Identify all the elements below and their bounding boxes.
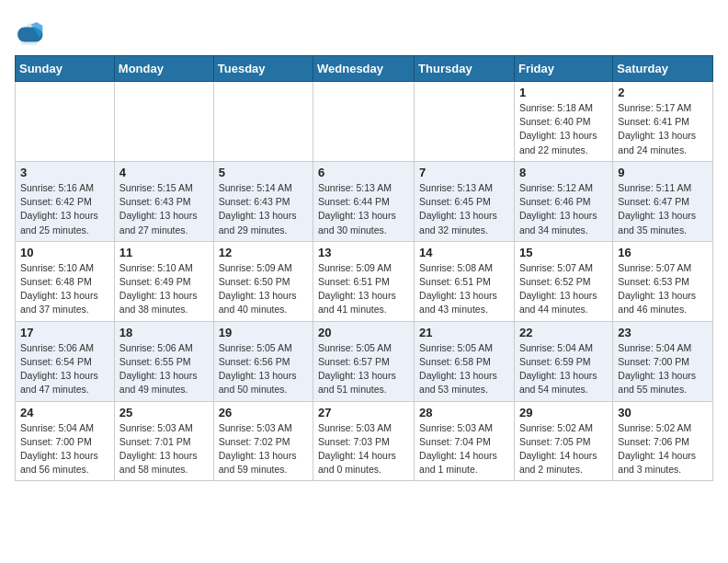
calendar-cell: 13Sunrise: 5:09 AM Sunset: 6:51 PM Dayli… bbox=[313, 241, 415, 321]
day-number: 6 bbox=[318, 166, 409, 179]
day-number: 20 bbox=[318, 326, 409, 339]
day-info: Sunrise: 5:17 AM Sunset: 6:41 PM Dayligh… bbox=[618, 101, 708, 157]
day-number: 4 bbox=[119, 166, 209, 179]
day-info: Sunrise: 5:03 AM Sunset: 7:01 PM Dayligh… bbox=[119, 421, 209, 477]
day-info: Sunrise: 5:06 AM Sunset: 6:54 PM Dayligh… bbox=[20, 341, 109, 397]
calendar-cell: 1Sunrise: 5:18 AM Sunset: 6:40 PM Daylig… bbox=[514, 82, 612, 162]
day-header-wednesday: Wednesday bbox=[313, 56, 415, 82]
calendar-cell: 14Sunrise: 5:08 AM Sunset: 6:51 PM Dayli… bbox=[415, 241, 515, 321]
calendar-cell: 24Sunrise: 5:04 AM Sunset: 7:00 PM Dayli… bbox=[16, 401, 115, 481]
day-number: 3 bbox=[20, 166, 109, 179]
calendar-cell: 28Sunrise: 5:03 AM Sunset: 7:04 PM Dayli… bbox=[415, 401, 515, 481]
day-info: Sunrise: 5:07 AM Sunset: 6:52 PM Dayligh… bbox=[519, 261, 608, 317]
day-number: 27 bbox=[318, 406, 409, 419]
calendar-week-1: 1Sunrise: 5:18 AM Sunset: 6:40 PM Daylig… bbox=[16, 82, 713, 162]
calendar-header-row: SundayMondayTuesdayWednesdayThursdayFrid… bbox=[16, 56, 713, 82]
calendar-cell: 8Sunrise: 5:12 AM Sunset: 6:46 PM Daylig… bbox=[514, 161, 612, 241]
calendar-cell: 18Sunrise: 5:06 AM Sunset: 6:55 PM Dayli… bbox=[114, 321, 213, 401]
day-header-tuesday: Tuesday bbox=[213, 56, 313, 82]
day-number: 5 bbox=[219, 166, 308, 179]
day-number: 26 bbox=[219, 406, 308, 419]
day-info: Sunrise: 5:10 AM Sunset: 6:49 PM Dayligh… bbox=[119, 261, 209, 317]
day-number: 13 bbox=[318, 246, 409, 259]
logo-icon bbox=[15, 18, 44, 48]
day-info: Sunrise: 5:18 AM Sunset: 6:40 PM Dayligh… bbox=[519, 101, 608, 157]
calendar-week-2: 3Sunrise: 5:16 AM Sunset: 6:42 PM Daylig… bbox=[16, 161, 713, 241]
calendar-cell: 10Sunrise: 5:10 AM Sunset: 6:48 PM Dayli… bbox=[16, 241, 115, 321]
day-info: Sunrise: 5:12 AM Sunset: 6:46 PM Dayligh… bbox=[519, 181, 608, 237]
calendar-cell: 25Sunrise: 5:03 AM Sunset: 7:01 PM Dayli… bbox=[114, 401, 213, 481]
calendar-cell: 16Sunrise: 5:07 AM Sunset: 6:53 PM Dayli… bbox=[613, 241, 713, 321]
day-header-monday: Monday bbox=[114, 56, 213, 82]
day-number: 8 bbox=[519, 166, 608, 179]
calendar-cell bbox=[16, 82, 115, 162]
day-number: 22 bbox=[519, 326, 608, 339]
page-header bbox=[15, 15, 713, 48]
day-number: 29 bbox=[519, 406, 608, 419]
logo bbox=[15, 18, 48, 48]
day-number: 18 bbox=[119, 326, 209, 339]
calendar-cell: 23Sunrise: 5:04 AM Sunset: 7:00 PM Dayli… bbox=[613, 321, 713, 401]
calendar-table: SundayMondayTuesdayWednesdayThursdayFrid… bbox=[15, 55, 713, 481]
day-info: Sunrise: 5:09 AM Sunset: 6:51 PM Dayligh… bbox=[318, 261, 409, 317]
calendar-cell: 29Sunrise: 5:02 AM Sunset: 7:05 PM Dayli… bbox=[514, 401, 612, 481]
day-info: Sunrise: 5:02 AM Sunset: 7:06 PM Dayligh… bbox=[618, 421, 708, 477]
day-info: Sunrise: 5:07 AM Sunset: 6:53 PM Dayligh… bbox=[618, 261, 708, 317]
day-info: Sunrise: 5:04 AM Sunset: 6:59 PM Dayligh… bbox=[519, 341, 608, 397]
day-number: 23 bbox=[618, 326, 708, 339]
day-info: Sunrise: 5:13 AM Sunset: 6:44 PM Dayligh… bbox=[318, 181, 409, 237]
calendar-cell: 27Sunrise: 5:03 AM Sunset: 7:03 PM Dayli… bbox=[313, 401, 415, 481]
day-info: Sunrise: 5:04 AM Sunset: 7:00 PM Dayligh… bbox=[618, 341, 708, 397]
day-info: Sunrise: 5:05 AM Sunset: 6:57 PM Dayligh… bbox=[318, 341, 409, 397]
day-info: Sunrise: 5:14 AM Sunset: 6:43 PM Dayligh… bbox=[219, 181, 308, 237]
day-info: Sunrise: 5:06 AM Sunset: 6:55 PM Dayligh… bbox=[119, 341, 209, 397]
day-number: 7 bbox=[419, 166, 509, 179]
day-number: 30 bbox=[618, 406, 708, 419]
day-info: Sunrise: 5:11 AM Sunset: 6:47 PM Dayligh… bbox=[618, 181, 708, 237]
day-number: 24 bbox=[20, 406, 109, 419]
day-header-friday: Friday bbox=[514, 56, 612, 82]
day-header-thursday: Thursday bbox=[415, 56, 515, 82]
calendar-cell: 30Sunrise: 5:02 AM Sunset: 7:06 PM Dayli… bbox=[613, 401, 713, 481]
day-number: 1 bbox=[519, 86, 608, 99]
day-number: 9 bbox=[618, 166, 708, 179]
calendar-cell: 11Sunrise: 5:10 AM Sunset: 6:49 PM Dayli… bbox=[114, 241, 213, 321]
day-number: 2 bbox=[618, 86, 708, 99]
day-info: Sunrise: 5:02 AM Sunset: 7:05 PM Dayligh… bbox=[519, 421, 608, 477]
day-info: Sunrise: 5:13 AM Sunset: 6:45 PM Dayligh… bbox=[419, 181, 509, 237]
day-number: 11 bbox=[119, 246, 209, 259]
calendar-week-4: 17Sunrise: 5:06 AM Sunset: 6:54 PM Dayli… bbox=[16, 321, 713, 401]
day-number: 17 bbox=[20, 326, 109, 339]
calendar-cell: 7Sunrise: 5:13 AM Sunset: 6:45 PM Daylig… bbox=[415, 161, 515, 241]
calendar-cell bbox=[213, 82, 313, 162]
calendar-cell: 9Sunrise: 5:11 AM Sunset: 6:47 PM Daylig… bbox=[613, 161, 713, 241]
calendar-cell bbox=[313, 82, 415, 162]
day-info: Sunrise: 5:10 AM Sunset: 6:48 PM Dayligh… bbox=[20, 261, 109, 317]
calendar-week-5: 24Sunrise: 5:04 AM Sunset: 7:00 PM Dayli… bbox=[16, 401, 713, 481]
day-info: Sunrise: 5:15 AM Sunset: 6:43 PM Dayligh… bbox=[119, 181, 209, 237]
calendar-cell: 26Sunrise: 5:03 AM Sunset: 7:02 PM Dayli… bbox=[213, 401, 313, 481]
day-info: Sunrise: 5:05 AM Sunset: 6:56 PM Dayligh… bbox=[219, 341, 308, 397]
day-number: 21 bbox=[419, 326, 509, 339]
calendar-cell: 17Sunrise: 5:06 AM Sunset: 6:54 PM Dayli… bbox=[16, 321, 115, 401]
day-info: Sunrise: 5:05 AM Sunset: 6:58 PM Dayligh… bbox=[419, 341, 509, 397]
day-number: 19 bbox=[219, 326, 308, 339]
calendar-cell bbox=[415, 82, 515, 162]
calendar-cell bbox=[114, 82, 213, 162]
calendar-week-3: 10Sunrise: 5:10 AM Sunset: 6:48 PM Dayli… bbox=[16, 241, 713, 321]
day-header-saturday: Saturday bbox=[613, 56, 713, 82]
day-header-sunday: Sunday bbox=[16, 56, 115, 82]
day-number: 15 bbox=[519, 246, 608, 259]
day-info: Sunrise: 5:03 AM Sunset: 7:02 PM Dayligh… bbox=[219, 421, 308, 477]
day-number: 28 bbox=[419, 406, 509, 419]
calendar-cell: 20Sunrise: 5:05 AM Sunset: 6:57 PM Dayli… bbox=[313, 321, 415, 401]
day-info: Sunrise: 5:16 AM Sunset: 6:42 PM Dayligh… bbox=[20, 181, 109, 237]
day-info: Sunrise: 5:03 AM Sunset: 7:03 PM Dayligh… bbox=[318, 421, 409, 477]
day-info: Sunrise: 5:03 AM Sunset: 7:04 PM Dayligh… bbox=[419, 421, 509, 477]
day-number: 14 bbox=[419, 246, 509, 259]
calendar-cell: 4Sunrise: 5:15 AM Sunset: 6:43 PM Daylig… bbox=[114, 161, 213, 241]
calendar-cell: 19Sunrise: 5:05 AM Sunset: 6:56 PM Dayli… bbox=[213, 321, 313, 401]
calendar-cell: 2Sunrise: 5:17 AM Sunset: 6:41 PM Daylig… bbox=[613, 82, 713, 162]
day-number: 16 bbox=[618, 246, 708, 259]
day-number: 10 bbox=[20, 246, 109, 259]
